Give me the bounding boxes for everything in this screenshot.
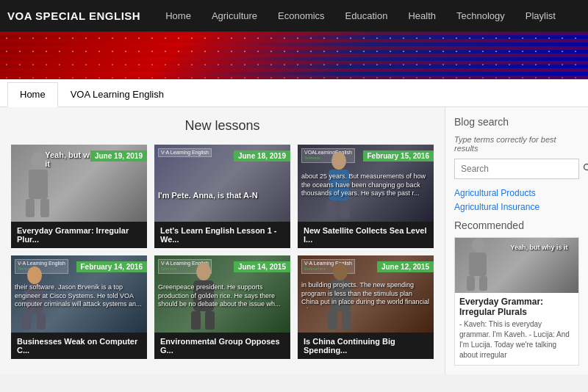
svg-rect-25 [479, 276, 487, 291]
blog-search-title: Blog search [454, 116, 579, 128]
video-caption: Everyday Grammar: Irregular Plur... [11, 222, 147, 248]
video-overlay-text: about 25 years. But measurements of how … [301, 173, 430, 198]
tab-home[interactable]: Home [7, 82, 58, 107]
svg-rect-7 [340, 200, 350, 219]
svg-rect-1 [29, 170, 48, 199]
video-card[interactable]: V·A Learning English I'm Pete. Anna, is … [154, 145, 290, 248]
video-thumbnail: V·A Learning EnglishEconomics June 12, 2… [298, 255, 434, 333]
sidebar-link-agricultural-insurance[interactable]: Agricultural Insurance [454, 202, 579, 212]
svg-point-8 [27, 266, 42, 284]
video-caption: Environmental Group Opposes G... [154, 333, 290, 359]
video-thumbnail: VOALearningEnglishScience February 15, 2… [298, 145, 434, 222]
nav-home[interactable]: Home [155, 0, 201, 32]
search-box [454, 159, 579, 179]
video-date-badge: June 14, 2015 [234, 261, 290, 272]
rec-card-title: Everyday Grammar: Irregular Plurals [455, 293, 578, 319]
va-watermark: V·A Learning English [158, 148, 212, 157]
svg-point-22 [472, 238, 485, 253]
search-input[interactable] [455, 159, 577, 178]
video-thumbnail: V·A Learning EnglishScience June 14, 201… [154, 255, 290, 333]
video-date-badge: June 19, 2019 [90, 150, 147, 161]
rec-overlay-text: Yeah, but why is it [511, 244, 576, 251]
video-caption: New Satellite Collects Sea Level I... [298, 222, 434, 248]
video-caption: Let's Learn English Lesson 1 - We... [154, 222, 290, 248]
nav-items: Home Agriculture Economics Education Hea… [155, 0, 566, 32]
hero-banner [0, 32, 588, 79]
search-hint: Type terms correctly for best results [454, 135, 579, 153]
rec-thumb-bg: Yeah, but why is it [455, 238, 578, 293]
svg-rect-2 [26, 199, 35, 217]
video-card[interactable]: V·A Learning EnglishTechnology February … [11, 255, 147, 359]
video-card[interactable]: VOALearningEnglishScience February 15, 2… [298, 145, 434, 248]
svg-rect-6 [326, 200, 336, 219]
svg-rect-23 [469, 253, 487, 276]
svg-rect-15 [205, 311, 215, 330]
video-caption: Businesses Weak on Computer C... [11, 333, 147, 359]
main-layout: New lessons Yeah, but why is it June 19,… [0, 107, 588, 374]
video-overlay-text: in building projects. The new spending p… [301, 281, 430, 309]
tab-voa-learning[interactable]: VOA Learning English [58, 82, 176, 106]
video-card[interactable]: V·A Learning EnglishScience June 14, 201… [154, 255, 290, 359]
video-thumbnail: V·A Learning English I'm Pete. Anna, is … [154, 145, 290, 222]
svg-point-0 [31, 152, 46, 170]
svg-rect-24 [467, 276, 475, 291]
video-date-badge: February 14, 2016 [76, 261, 148, 272]
svg-point-16 [333, 263, 348, 280]
video-overlay-text: Greenpeace president. He supports produc… [158, 283, 287, 309]
video-overlay-text: I'm Pete. Anna, is that A-N [158, 191, 287, 200]
sidebar-link-agricultural-products[interactable]: Agricultural Products [454, 188, 579, 198]
hero-stripes [0, 32, 588, 79]
nav-bar: VOA SPECIAL ENGLISH Home Agriculture Eco… [0, 0, 588, 32]
video-card[interactable]: V·A Learning EnglishEconomics June 12, 2… [298, 255, 434, 359]
svg-rect-10 [22, 313, 31, 330]
sidebar: Blog search Type terms correctly for bes… [445, 107, 588, 374]
search-icon [583, 163, 588, 173]
video-date-badge: June 18, 2019 [234, 150, 290, 161]
svg-point-4 [331, 152, 346, 170]
video-grid: Yeah, but why is it June 19, 2019 Everyd… [11, 145, 434, 359]
site-logo: VOA SPECIAL ENGLISH [7, 10, 140, 22]
video-date-badge: June 12, 2015 [377, 261, 434, 272]
content-area: New lessons Yeah, but why is it June 19,… [0, 107, 445, 374]
rec-person-figure [459, 238, 499, 293]
svg-rect-11 [37, 313, 46, 330]
video-card[interactable]: Yeah, but why is it June 19, 2019 Everyd… [11, 145, 147, 248]
video-date-badge: February 15, 2016 [363, 150, 434, 161]
search-button[interactable] [577, 159, 588, 178]
tabs-bar: Home VOA Learning English [0, 79, 588, 107]
nav-education[interactable]: Education [335, 0, 398, 32]
svg-rect-14 [191, 311, 201, 330]
svg-point-20 [584, 164, 589, 170]
nav-technology[interactable]: Technology [446, 0, 515, 32]
nav-agriculture[interactable]: Agriculture [201, 0, 268, 32]
svg-point-12 [196, 263, 211, 280]
recommended-title: Recommended [454, 219, 579, 231]
rec-card-desc: - Kaveh: This is everyday grammar. I'm K… [455, 319, 578, 365]
svg-rect-3 [40, 199, 49, 217]
nav-playlist[interactable]: Playlist [515, 0, 566, 32]
video-thumbnail: Yeah, but why is it June 19, 2019 [11, 145, 147, 222]
recommended-card[interactable]: Yeah, but why is it Everyday Grammar: Ir… [454, 237, 579, 366]
svg-rect-19 [342, 311, 351, 330]
nav-health[interactable]: Health [398, 0, 446, 32]
video-caption: Is China Continuing Big Spending... [298, 333, 434, 359]
section-title: New lessons [11, 118, 434, 134]
svg-rect-18 [328, 311, 337, 330]
rec-thumbnail: Yeah, but why is it [455, 238, 578, 293]
nav-economics[interactable]: Economics [268, 0, 335, 32]
video-overlay-text: their software. Jason Brvenik is a top e… [15, 283, 143, 309]
video-thumbnail: V·A Learning EnglishTechnology February … [11, 255, 147, 333]
